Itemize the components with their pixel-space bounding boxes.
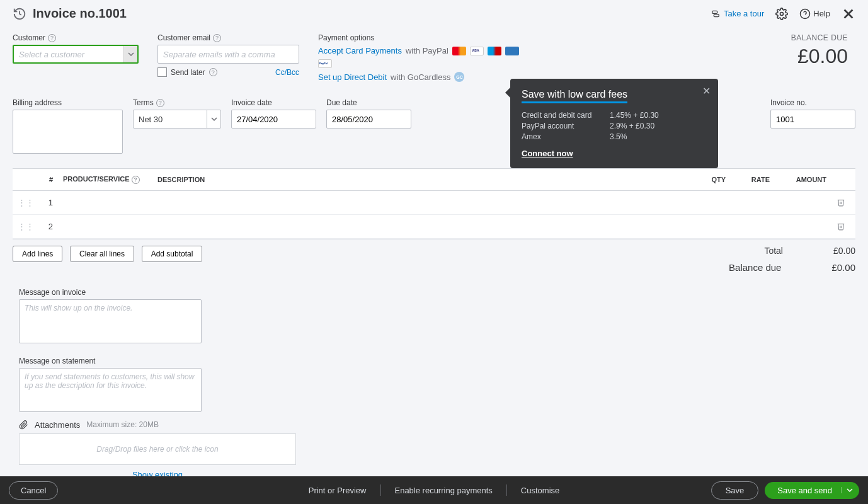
- payment-options-group: Payment options Accept Card Payments wit…: [318, 33, 520, 86]
- balance-due-display: BALANCE DUE £0.00: [791, 33, 855, 86]
- row-number: 2: [39, 214, 58, 238]
- take-tour-link[interactable]: Take a tour: [711, 9, 764, 19]
- msg-invoice-input[interactable]: [19, 299, 202, 343]
- email-label: Customer email ?: [157, 33, 299, 42]
- balance-label: Balance due: [729, 262, 781, 273]
- cell-qty[interactable]: [687, 190, 731, 214]
- delete-row-icon[interactable]: [831, 190, 855, 214]
- help-icon[interactable]: ?: [209, 68, 217, 76]
- gocardless-icon: GC: [454, 72, 464, 82]
- attachments-label: Attachments: [35, 420, 80, 430]
- accept-cards-link[interactable]: Accept Card Payments: [318, 46, 402, 55]
- invoice-no-group: Invoice no.: [770, 98, 855, 156]
- mastercard-icon: [452, 47, 466, 55]
- email-options-row: Send later ? Cc/Bcc: [157, 67, 299, 77]
- cell-qty[interactable]: [687, 214, 731, 238]
- help-icon[interactable]: ?: [132, 176, 140, 184]
- ccbcc-link[interactable]: Cc/Bcc: [275, 68, 299, 77]
- popover-title: Save with low card fees: [522, 89, 627, 103]
- invoice-date-label: Invoice date: [231, 98, 316, 107]
- col-product: PRODUCT/SERVICE ?: [58, 169, 152, 190]
- balance-due-amount: £0.00: [791, 45, 848, 68]
- due-date-group: Due date: [326, 98, 411, 156]
- table-row[interactable]: ⋮⋮ 2: [13, 214, 855, 238]
- header-right: Take a tour Help: [711, 7, 855, 21]
- col-desc: DESCRIPTION: [152, 169, 687, 190]
- help-button[interactable]: Help: [799, 8, 830, 20]
- cancel-button[interactable]: Cancel: [9, 481, 58, 500]
- invoice-date-input[interactable]: [231, 110, 316, 129]
- cell-amount[interactable]: [775, 190, 831, 214]
- fees-popover: ✕ Save with low card fees Credit and deb…: [510, 79, 718, 168]
- customer-field-group: Customer ? Select a customer: [13, 33, 139, 86]
- print-preview-link[interactable]: Print or Preview: [309, 486, 367, 495]
- attachments-header: Attachments Maximum size: 20MB: [19, 420, 855, 430]
- row-number: 1: [39, 190, 58, 214]
- terms-group: Terms ? Net 30: [133, 98, 221, 156]
- close-icon[interactable]: [842, 7, 855, 21]
- delete-row-icon[interactable]: [831, 214, 855, 238]
- save-button[interactable]: Save: [711, 481, 759, 500]
- terms-select[interactable]: Net 30: [133, 110, 221, 129]
- attachments-dropzone[interactable]: Drag/Drop files here or click the icon: [19, 433, 296, 465]
- msg-invoice-label: Message on invoice: [19, 288, 195, 297]
- paypal-icon: [318, 59, 332, 68]
- page-header: Invoice no.1001 Take a tour Help: [0, 0, 868, 27]
- save-send-label: Save and send: [777, 486, 832, 495]
- visa-icon: [470, 47, 484, 55]
- email-input[interactable]: [157, 45, 299, 64]
- cell-product[interactable]: [58, 214, 152, 238]
- messages-section: Message on invoice Message on statement: [0, 288, 208, 420]
- help-icon[interactable]: ?: [156, 99, 164, 107]
- invoice-no-input[interactable]: [770, 110, 855, 129]
- cell-rate[interactable]: [731, 190, 775, 214]
- cell-product[interactable]: [58, 190, 152, 214]
- top-form: Customer ? Select a customer Customer em…: [0, 27, 868, 98]
- billing-address-input[interactable]: [13, 110, 123, 154]
- gear-icon[interactable]: [775, 8, 788, 20]
- invoice-date-group: Invoice date: [231, 98, 316, 156]
- dropzone-text: Drag/Drop files here or click the icon: [96, 445, 218, 454]
- cell-desc[interactable]: [152, 190, 687, 214]
- drag-handle-icon[interactable]: ⋮⋮: [13, 214, 39, 238]
- connect-now-link[interactable]: Connect now: [522, 149, 707, 158]
- send-later-checkbox[interactable]: [157, 67, 167, 77]
- send-later-label: Send later: [171, 68, 205, 77]
- svg-rect-1: [714, 14, 719, 16]
- add-subtotal-button[interactable]: Add subtotal: [142, 246, 203, 262]
- amex-icon: [505, 47, 519, 55]
- customise-link[interactable]: Customise: [521, 486, 559, 495]
- direct-debit-suffix: with GoCardless: [391, 72, 450, 82]
- due-date-input[interactable]: [326, 110, 411, 129]
- line-action-buttons: Add lines Clear all lines Add subtotal: [13, 246, 207, 262]
- total-value: £0.00: [833, 246, 855, 256]
- footer-bar: Cancel Print or Preview Enable recurring…: [0, 476, 868, 504]
- total-label: Total: [764, 246, 783, 256]
- help-icon[interactable]: ?: [48, 34, 56, 42]
- table-row[interactable]: ⋮⋮ 1: [13, 190, 855, 214]
- separator: [380, 484, 380, 496]
- invoice-no-label: Invoice no.: [770, 98, 855, 107]
- customer-select[interactable]: Select a customer: [13, 45, 139, 64]
- chevron-down-icon[interactable]: [841, 487, 853, 493]
- billing-label: Billing address: [13, 98, 123, 107]
- balance-row: Balance due £0.00: [666, 262, 855, 273]
- cell-rate[interactable]: [731, 214, 775, 238]
- enable-recurring-link[interactable]: Enable recurring payments: [394, 486, 492, 495]
- col-qty: QTY: [687, 169, 731, 190]
- cell-desc[interactable]: [152, 214, 687, 238]
- add-lines-button[interactable]: Add lines: [13, 246, 62, 262]
- popover-close-icon[interactable]: ✕: [702, 85, 711, 97]
- drag-handle-icon[interactable]: ⋮⋮: [13, 190, 39, 214]
- msg-statement-input[interactable]: [19, 368, 202, 412]
- balance-value: £0.00: [831, 262, 855, 273]
- table-actions-row: Add lines Clear all lines Add subtotal T…: [0, 239, 868, 285]
- direct-debit-link[interactable]: Set up Direct Debit: [318, 72, 387, 82]
- cell-amount[interactable]: [775, 214, 831, 238]
- billing-group: Billing address: [13, 98, 123, 156]
- clear-lines-button[interactable]: Clear all lines: [70, 246, 134, 262]
- help-icon[interactable]: ?: [213, 34, 221, 42]
- save-and-send-button[interactable]: Save and send: [765, 482, 859, 499]
- accept-cards-row: Accept Card Payments with PayPal: [318, 46, 520, 68]
- history-icon[interactable]: [13, 7, 26, 21]
